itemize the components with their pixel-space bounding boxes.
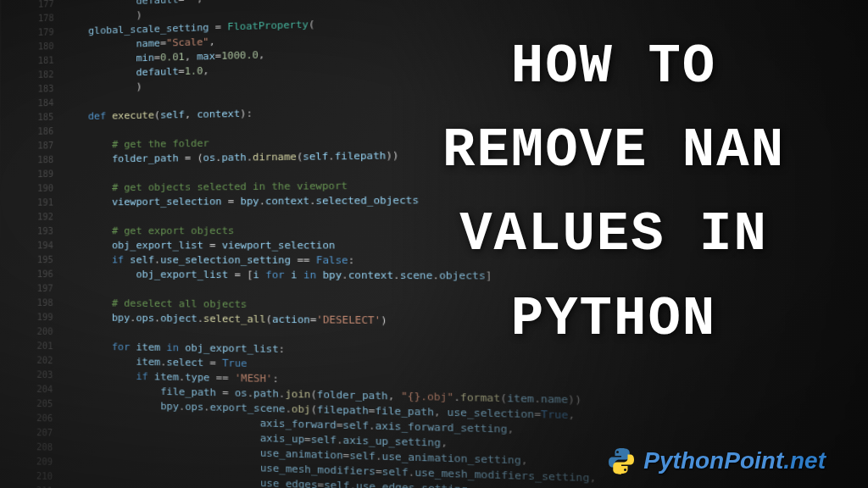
line-number: 210 <box>35 469 64 485</box>
line-number: 177 <box>36 0 65 12</box>
line-number: 206 <box>35 411 64 426</box>
line-number: 194 <box>36 239 64 253</box>
logo-text: PythonPoint.net <box>643 447 826 474</box>
title-line: HOW TO <box>385 25 843 109</box>
line-number: 198 <box>36 296 64 310</box>
line-number: 203 <box>35 368 64 383</box>
line-number: 200 <box>35 324 64 339</box>
line-number: 202 <box>35 353 64 369</box>
line-number: 196 <box>36 267 64 281</box>
article-title: HOW TOREMOVE NANVALUES INPYTHON <box>385 25 843 362</box>
line-number: 190 <box>36 181 64 196</box>
line-number: 211 <box>35 484 64 488</box>
line-number: 209 <box>35 455 64 470</box>
line-number: 183 <box>36 81 64 96</box>
line-number: 185 <box>36 110 64 125</box>
line-number: 191 <box>36 196 64 210</box>
line-number: 207 <box>35 425 64 441</box>
line-number: 204 <box>35 382 64 397</box>
line-number: 180 <box>36 39 65 54</box>
line-number: 182 <box>36 68 64 82</box>
title-line: REMOVE NAN <box>385 109 843 193</box>
line-number: 188 <box>36 152 64 167</box>
title-line: PYTHON <box>385 278 843 362</box>
line-number: 178 <box>36 11 65 26</box>
line-number: 201 <box>35 339 64 353</box>
line-number: 197 <box>36 281 64 296</box>
line-number: 184 <box>36 96 64 110</box>
python-logo-icon <box>606 446 637 476</box>
line-number: 195 <box>36 253 64 268</box>
line-number: 192 <box>36 210 64 225</box>
line-number: 205 <box>35 396 64 412</box>
line-number: 193 <box>36 225 64 239</box>
line-number: 187 <box>36 139 64 153</box>
line-number: 181 <box>36 53 65 69</box>
title-line: VALUES IN <box>385 193 843 277</box>
line-number: 199 <box>35 310 64 324</box>
site-logo: PythonPoint.net <box>606 446 826 476</box>
line-number: 189 <box>36 167 64 181</box>
line-number: 179 <box>36 25 65 41</box>
line-number: 208 <box>35 440 64 455</box>
line-number: 186 <box>36 125 64 139</box>
